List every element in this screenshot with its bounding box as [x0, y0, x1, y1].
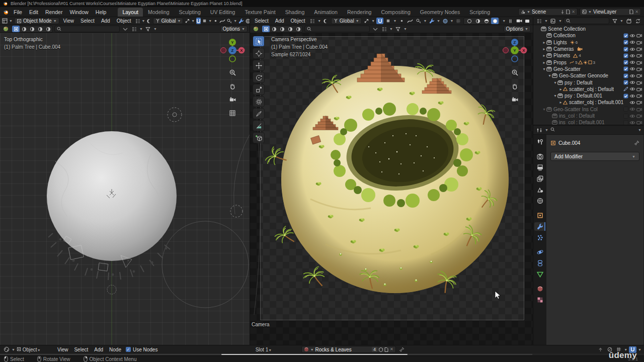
gizmo-dropdown-button[interactable] — [380, 26, 388, 32]
workspace-tab-compositing[interactable]: Compositing — [376, 8, 415, 17]
scrollbar-thumb[interactable] — [221, 354, 408, 355]
properties-tab-scene[interactable] — [534, 186, 545, 194]
xray-button[interactable] — [455, 18, 462, 24]
shading-toggle-button[interactable] — [147, 18, 151, 24]
disclosure-open-icon[interactable]: ▾ — [553, 80, 557, 85]
scene-selector[interactable]: ▼Scene ✕ — [518, 8, 578, 16]
snapping-button[interactable] — [376, 18, 383, 24]
proportional-button[interactable] — [385, 18, 392, 24]
menu-file[interactable]: File — [10, 8, 26, 16]
tool-select-box[interactable] — [253, 36, 265, 47]
display-mode-button[interactable] — [135, 18, 140, 24]
disclosure-closed-icon[interactable]: ▸ — [542, 40, 546, 45]
chevron-down-icon[interactable]: ▼ — [437, 19, 440, 23]
chevron-down-icon[interactable]: ▼ — [9, 19, 13, 23]
shader-menu-node[interactable]: Node — [106, 346, 124, 353]
properties-tab-constraints[interactable] — [534, 259, 545, 267]
vp-toggle-5-button[interactable] — [44, 26, 52, 32]
vp-toggle-4-button[interactable] — [36, 26, 44, 32]
tool-move[interactable] — [253, 60, 265, 71]
hide-eye-toggle[interactable] — [629, 80, 635, 84]
menu-select[interactable]: Select — [252, 18, 271, 24]
tool-measure[interactable] — [253, 120, 265, 131]
disable-render-toggle[interactable] — [636, 107, 642, 112]
shading-wireframe-button[interactable] — [465, 18, 473, 24]
backdrop-up-icon[interactable] — [597, 346, 604, 353]
tool-cursor[interactable] — [253, 48, 265, 59]
new-collection-icon[interactable] — [625, 18, 632, 24]
shading-material-preview-button[interactable] — [482, 18, 490, 24]
viewport-left-canvas[interactable]: Top Orthographic (1) Palm Tree | Cube.00… — [0, 33, 250, 345]
workspace-tab-scripting[interactable]: Scripting — [465, 8, 495, 17]
properties-options-icon[interactable]: ▼ — [638, 128, 641, 132]
zoom-tool-icon[interactable] — [228, 68, 237, 77]
vp-toggle-3-button[interactable] — [278, 26, 286, 32]
menu-add[interactable]: Add — [99, 18, 113, 24]
disable-render-toggle[interactable] — [636, 87, 642, 92]
properties-tab-viewlayer[interactable] — [534, 174, 545, 183]
disclosure-open-icon[interactable]: ▾ — [547, 73, 552, 78]
properties-tab-physics[interactable] — [534, 248, 545, 256]
vp-toggle-5-button[interactable] — [294, 26, 302, 32]
disable-render-toggle[interactable] — [636, 73, 642, 78]
viewport-search[interactable] — [54, 26, 120, 32]
shading-solid-button[interactable] — [474, 18, 481, 24]
blender-menu-icon[interactable] — [3, 9, 9, 15]
disclosure-closed-icon[interactable]: ▸ — [558, 100, 563, 105]
workspace-tab-sculpting[interactable]: Sculpting — [175, 8, 205, 17]
tool-scale[interactable] — [253, 84, 265, 95]
display-mode-button[interactable] — [309, 18, 316, 24]
disable-render-toggle[interactable] — [636, 94, 642, 98]
proportional-button[interactable] — [202, 18, 207, 24]
outliner-row-geo-scatter-ins-col[interactable]: ▾Geo-Scatter Ins Col — [533, 106, 643, 113]
tool-transform[interactable] — [253, 96, 265, 107]
visibility-checkbox-unchecked[interactable] — [623, 107, 628, 112]
gizmo-button[interactable] — [238, 18, 244, 24]
outliner-row-scatter-obj-default[interactable]: ▸scatter_obj : Default — [533, 86, 643, 93]
disable-render-toggle[interactable] — [636, 47, 642, 51]
disclosure-open-icon[interactable]: ▾ — [553, 94, 557, 98]
chevron-down-icon[interactable]: ▼ — [423, 19, 427, 23]
viewport-right-canvas[interactable]: Camera Perspective (1) Palm Tree | Cube.… — [250, 33, 533, 345]
disclosure-open-icon[interactable]: ▾ — [542, 67, 546, 71]
prop-center-button[interactable] — [398, 18, 405, 24]
hide-eye-toggle[interactable] — [629, 34, 635, 38]
visibility-checkbox-checked[interactable] — [623, 66, 628, 71]
chevron-down-icon[interactable]: ▼ — [393, 19, 397, 23]
disclosure-open-icon[interactable]: ▾ — [542, 107, 546, 112]
keying-button[interactable] — [415, 18, 422, 24]
gizmo-dropdown-button[interactable] — [130, 26, 138, 32]
pin-icon[interactable] — [560, 10, 565, 14]
outliner-search[interactable] — [564, 18, 609, 24]
outliner-row-planets[interactable]: ▸Planets4 — [533, 52, 643, 59]
chevron-down-icon[interactable]: ▼ — [139, 27, 143, 31]
hide-eye-toggle[interactable] — [629, 87, 635, 91]
zoom-tool-icon[interactable] — [510, 68, 519, 77]
pin-material-icon[interactable] — [399, 347, 405, 352]
hide-eye-toggle[interactable] — [629, 114, 635, 118]
disable-render-toggle[interactable] — [636, 100, 642, 105]
visibility-checkbox-unchecked[interactable] — [623, 120, 628, 125]
snap-target-button[interactable] — [185, 18, 190, 24]
tool-add-cube[interactable] — [253, 132, 265, 143]
use-nodes-checkbox[interactable]: ✓ Use Nodes — [126, 347, 157, 352]
disable-render-toggle[interactable] — [636, 120, 642, 125]
outliner-row-lights[interactable]: ▸Lights6 — [533, 39, 643, 46]
visibility-checkbox-unchecked[interactable] — [623, 114, 628, 119]
orientation-selector[interactable]: Global▼ — [153, 18, 184, 24]
visibility-checkbox-checked[interactable] — [623, 80, 628, 85]
pan-hand-icon[interactable] — [228, 81, 237, 90]
disable-render-toggle[interactable] — [636, 40, 642, 45]
vp-toggle-2-button[interactable] — [20, 26, 28, 32]
chevron-down-icon[interactable]: ▼ — [317, 19, 321, 23]
collapse-button[interactable] — [121, 26, 129, 32]
brush-icon[interactable] — [623, 86, 628, 92]
disable-render-toggle[interactable] — [636, 60, 642, 65]
properties-tab-texture[interactable] — [534, 296, 545, 304]
snap-target-button[interactable] — [363, 18, 370, 24]
outliner-row-scatter-obj-default-001[interactable]: ▸scatter_obj : Default.001 — [533, 99, 643, 106]
visibility-checkbox-checked[interactable] — [623, 94, 628, 99]
menu-render[interactable]: Render — [42, 8, 66, 16]
vp-toggle-3-button[interactable] — [28, 26, 36, 32]
orientation-gizmo[interactable]: Z Y X — [502, 37, 528, 63]
